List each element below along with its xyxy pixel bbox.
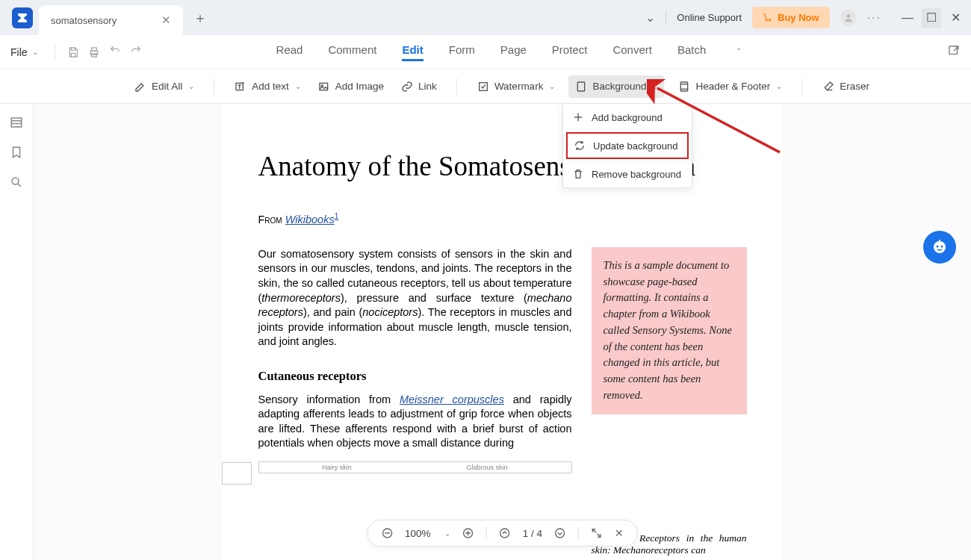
tab-batch[interactable]: Batch	[677, 43, 706, 61]
user-avatar[interactable]	[840, 10, 857, 26]
tab-title: somatosensory	[51, 15, 117, 26]
svg-point-18	[937, 246, 939, 248]
right-column: This is a sample document to showcase pa…	[592, 247, 747, 556]
chevron-down-icon[interactable]: ⌄	[444, 529, 450, 538]
tab-page[interactable]: Page	[500, 43, 527, 61]
paragraph-2: Sensory information from Meissner corpus…	[258, 393, 572, 451]
update-background-item[interactable]: Update background	[566, 132, 689, 159]
close-button[interactable]: ✕	[946, 8, 965, 28]
eraser-button[interactable]: Eraser	[819, 75, 872, 98]
titlebar: somatosensory ✕ ＋ ⌄ Online Support Buy N…	[0, 0, 971, 35]
share-icon[interactable]	[947, 44, 961, 60]
edit-all-button[interactable]: Edit All ⌄	[131, 75, 197, 98]
new-tab-button[interactable]: ＋	[193, 9, 207, 27]
paragraph-1: Our somatosensory system consists of sen…	[258, 247, 572, 349]
page-icon	[574, 80, 588, 93]
redo-icon[interactable]	[130, 45, 142, 60]
header-footer-icon	[677, 80, 691, 93]
bookmark-icon[interactable]	[10, 146, 23, 162]
note-box: This is a sample document to showcase pa…	[592, 247, 747, 414]
close-statusbar-button[interactable]: ✕	[615, 527, 624, 539]
link-icon	[400, 80, 414, 93]
chevron-down-icon: ⌄	[549, 82, 555, 90]
image-icon	[317, 80, 331, 93]
tab-close-button[interactable]: ✕	[161, 13, 171, 27]
left-column: Our somatosensory system consists of sen…	[258, 247, 572, 556]
titlebar-right: ⌄ Online Support Buy Now ··· — ☐ ✕	[645, 7, 965, 28]
file-menu[interactable]: File ⌄	[10, 46, 38, 58]
link-button[interactable]: Link	[397, 75, 440, 98]
remove-background-item[interactable]: Remove background	[563, 161, 692, 187]
tab-read[interactable]: Read	[276, 43, 303, 61]
next-page-button[interactable]	[554, 527, 566, 539]
divider	[666, 11, 666, 25]
footnote-1[interactable]: 1	[335, 212, 339, 220]
chevron-down-icon[interactable]: ⌄	[645, 10, 655, 25]
ai-assistant-button[interactable]	[923, 231, 956, 264]
main-tabs: Read Comment Edit Form Page Protect Conv…	[276, 43, 742, 61]
left-sidebar	[0, 104, 34, 560]
svg-rect-9	[578, 82, 585, 91]
document-tab[interactable]: somatosensory ✕	[39, 5, 183, 35]
subheading: Cutaneous receptors	[258, 369, 572, 384]
window-controls: — ☐ ✕	[898, 8, 965, 28]
plus-icon	[572, 111, 584, 123]
prev-page-button[interactable]	[499, 527, 511, 539]
zoom-level: 100%	[405, 528, 431, 539]
wikibooks-link[interactable]: Wikibooks	[285, 214, 335, 225]
svg-rect-13	[11, 118, 22, 127]
figure-labels: Hairy skin Glabrous skin	[258, 461, 572, 473]
header-footer-button[interactable]: Header & Footer ⌄	[674, 75, 785, 98]
svg-rect-10	[681, 82, 688, 91]
buy-now-button[interactable]: Buy Now	[752, 7, 830, 28]
search-icon[interactable]	[10, 175, 23, 192]
workspace: Anatomy of the Somatosensory System From…	[0, 104, 971, 560]
document-canvas[interactable]: Anatomy of the Somatosensory System From…	[34, 104, 971, 560]
from-line: From Wikibooks1	[258, 212, 747, 226]
zoom-in-button[interactable]	[462, 527, 474, 539]
pencil-icon	[134, 80, 147, 93]
tab-form[interactable]: Form	[449, 43, 475, 61]
cart-icon	[763, 13, 773, 23]
chevron-down-icon[interactable]: ⌄	[736, 43, 742, 61]
background-button[interactable]: Background ⌄	[568, 75, 664, 98]
svg-rect-6	[320, 83, 328, 90]
add-image-button[interactable]: Add Image	[314, 75, 387, 98]
chevron-down-icon: ⌄	[652, 82, 658, 90]
svg-point-26	[556, 529, 565, 538]
svg-point-19	[941, 246, 943, 248]
tab-protect[interactable]: Protect	[552, 43, 588, 61]
undo-icon[interactable]	[109, 45, 121, 60]
app-logo	[12, 7, 33, 28]
tab-comment[interactable]: Comment	[328, 43, 376, 61]
watermark-icon	[477, 80, 490, 93]
background-dropdown: Add background Update background Remove …	[562, 104, 692, 188]
watermark-button[interactable]: Watermark ⌄	[474, 75, 559, 98]
print-icon[interactable]	[88, 45, 100, 60]
text-icon	[234, 80, 247, 93]
refresh-icon	[574, 140, 586, 152]
chevron-down-icon: ⌄	[188, 82, 194, 90]
minimize-button[interactable]: —	[898, 8, 917, 28]
trash-icon	[572, 168, 584, 180]
save-icon[interactable]	[67, 45, 79, 60]
tab-convert[interactable]: Convert	[612, 43, 652, 61]
fullscreen-button[interactable]	[591, 527, 603, 539]
online-support-link[interactable]: Online Support	[677, 12, 742, 23]
tab-edit[interactable]: Edit	[402, 43, 423, 61]
svg-point-0	[846, 14, 850, 18]
document-page: Anatomy of the Somatosensory System From…	[223, 104, 783, 560]
svg-rect-2	[91, 48, 96, 51]
buy-label: Buy Now	[778, 12, 819, 23]
status-bar: 100% ⌄ 1 / 4 ✕	[367, 520, 638, 547]
svg-point-25	[500, 529, 509, 538]
page-indicator: 1 / 4	[523, 528, 542, 539]
maximize-button[interactable]: ☐	[922, 8, 941, 28]
add-background-item[interactable]: Add background	[563, 104, 692, 131]
add-text-button[interactable]: Add text ⌄	[231, 75, 304, 98]
thumbnails-icon[interactable]	[10, 116, 23, 132]
chevron-down-icon: ⌄	[776, 82, 782, 90]
meissner-link[interactable]: Meissner corpuscles	[400, 393, 504, 405]
zoom-out-button[interactable]	[381, 527, 393, 539]
more-menu-icon[interactable]: ···	[867, 11, 881, 25]
